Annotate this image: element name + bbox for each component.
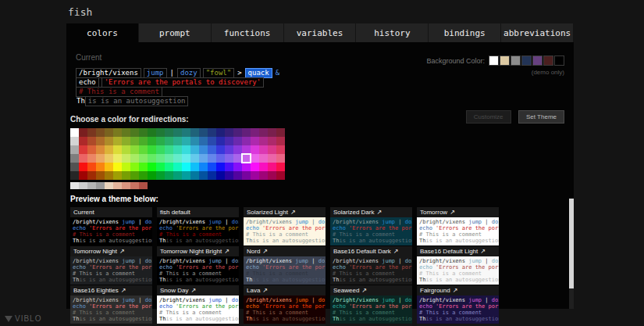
palette-cell[interactable] xyxy=(79,182,87,189)
palette-cell[interactable] xyxy=(182,154,190,163)
palette-cell[interactable] xyxy=(139,163,148,171)
theme-card-title[interactable]: Tomorrow Night↗ xyxy=(70,246,152,256)
theme-card[interactable]: Nord↗/bright/vixens jump | dozy "fowl"ec… xyxy=(244,246,326,285)
palette-cell[interactable] xyxy=(276,128,285,137)
palette-cell[interactable] xyxy=(242,163,251,171)
palette-cell[interactable] xyxy=(216,145,225,154)
palette-cell[interactable] xyxy=(251,163,259,171)
palette-cell[interactable] xyxy=(70,145,79,154)
palette-cell[interactable] xyxy=(190,128,199,137)
palette-cell[interactable] xyxy=(156,163,165,171)
palette-cell[interactable] xyxy=(276,137,285,145)
palette-cell[interactable] xyxy=(165,171,173,180)
palette-cell[interactable] xyxy=(190,145,199,154)
palette-cell[interactable] xyxy=(130,128,139,137)
palette-cell[interactable] xyxy=(259,154,268,163)
palette-cell[interactable] xyxy=(122,154,130,163)
palette-cell[interactable] xyxy=(268,145,276,154)
token-background-ampersand[interactable]: & xyxy=(275,69,280,77)
background-swatch[interactable] xyxy=(554,56,564,66)
palette-cell[interactable] xyxy=(259,128,268,137)
theme-card-title[interactable]: Snow Day↗ xyxy=(157,285,239,296)
palette-cell[interactable] xyxy=(87,154,96,163)
palette-cell[interactable] xyxy=(259,163,268,171)
tab-history[interactable]: history xyxy=(356,23,429,42)
theme-card[interactable]: Solarized Dark↗/bright/vixens jump | doz… xyxy=(330,207,412,245)
palette-cell[interactable] xyxy=(156,154,165,163)
palette-cell[interactable] xyxy=(105,171,113,180)
palette-cell[interactable] xyxy=(96,128,105,137)
palette-cell[interactable] xyxy=(70,137,79,145)
palette-cell[interactable] xyxy=(251,145,259,154)
palette-cell[interactable] xyxy=(165,145,173,154)
palette-cell[interactable] xyxy=(122,171,130,180)
palette-cell[interactable] xyxy=(182,145,190,154)
palette-cell[interactable] xyxy=(165,137,173,145)
palette-cell[interactable] xyxy=(105,128,113,137)
palette-cell[interactable] xyxy=(216,163,225,171)
palette-cell[interactable] xyxy=(208,154,216,163)
background-swatch[interactable] xyxy=(521,56,532,66)
theme-card-title[interactable]: Base16 Eighties↗ xyxy=(70,285,152,296)
theme-card-title[interactable]: Nord↗ xyxy=(244,246,326,256)
external-link-icon[interactable]: ↗ xyxy=(453,287,458,294)
palette-cell[interactable] xyxy=(216,154,225,163)
palette-cell[interactable] xyxy=(225,128,233,137)
palette-cell[interactable] xyxy=(190,163,199,171)
palette-cell[interactable] xyxy=(113,163,122,171)
palette-cell[interactable] xyxy=(87,182,96,189)
palette-cell[interactable] xyxy=(122,137,130,145)
palette-cell[interactable] xyxy=(87,171,96,180)
palette-cell[interactable] xyxy=(165,154,173,163)
palette-cell[interactable] xyxy=(122,128,130,137)
palette-cell[interactable] xyxy=(242,137,251,145)
palette-cell[interactable] xyxy=(70,171,79,180)
set-theme-button[interactable]: Set Theme xyxy=(518,110,564,124)
palette-cell[interactable] xyxy=(70,128,79,137)
palette-cell[interactable] xyxy=(208,163,216,171)
palette-cell[interactable] xyxy=(199,154,208,163)
palette-cell[interactable] xyxy=(173,128,182,137)
palette-cell[interactable] xyxy=(87,145,96,154)
palette-cell[interactable] xyxy=(242,154,251,163)
external-link-icon[interactable]: ↗ xyxy=(376,209,382,216)
theme-card[interactable]: Lava↗/bright/vixens jump | dozy "fowl"ec… xyxy=(244,285,326,324)
palette-cell[interactable] xyxy=(182,128,190,137)
theme-card[interactable]: Solarized Light↗/bright/vixens jump | do… xyxy=(244,207,326,245)
palette-cell[interactable] xyxy=(251,128,259,137)
external-link-icon[interactable]: ↗ xyxy=(450,209,455,216)
palette-cell[interactable] xyxy=(233,128,242,137)
tab-variables[interactable]: variables xyxy=(284,23,357,42)
theme-card-title[interactable]: Seaweed↗ xyxy=(330,285,412,296)
token-typed-text[interactable]: Th xyxy=(76,97,85,106)
palette-cell[interactable] xyxy=(173,154,182,163)
palette-cell[interactable] xyxy=(259,145,268,154)
palette-cell[interactable] xyxy=(139,171,148,180)
theme-card[interactable]: Base16 Default Light↗/bright/vixens jump… xyxy=(417,246,499,285)
theme-card[interactable]: fish default/bright/vixens jump | dozy "… xyxy=(157,207,239,245)
palette-cell[interactable] xyxy=(139,154,148,163)
palette-cell[interactable] xyxy=(199,137,208,145)
palette-cell[interactable] xyxy=(130,171,139,180)
theme-card[interactable]: Seaweed↗/bright/vixens jump | dozy "fowl… xyxy=(330,285,412,324)
palette-cell[interactable] xyxy=(156,137,165,145)
palette-cell[interactable] xyxy=(130,145,139,154)
palette-cell[interactable] xyxy=(148,137,156,145)
palette-cell[interactable] xyxy=(208,145,216,154)
palette-cell[interactable] xyxy=(233,171,242,180)
palette-cell[interactable] xyxy=(130,182,139,189)
background-swatch[interactable] xyxy=(532,56,543,66)
palette-cell[interactable] xyxy=(242,171,251,180)
palette-cell[interactable] xyxy=(79,154,87,163)
palette-cell[interactable] xyxy=(225,154,233,163)
palette-cell[interactable] xyxy=(190,171,199,180)
palette-cell[interactable] xyxy=(190,154,199,163)
palette-cell[interactable] xyxy=(148,171,156,180)
theme-card-title[interactable]: Lava↗ xyxy=(244,285,326,296)
theme-card[interactable]: Snow Day↗/bright/vixens jump | dozy "fow… xyxy=(157,285,239,324)
theme-card[interactable]: Current/bright/vixens jump | dozy "fowl"… xyxy=(70,207,152,245)
palette-cell[interactable] xyxy=(139,137,148,145)
theme-card-title[interactable]: Fairground↗ xyxy=(417,285,499,296)
theme-card[interactable]: Fairground↗/bright/vixens jump | dozy "f… xyxy=(417,285,499,324)
palette-cell[interactable] xyxy=(225,163,233,171)
